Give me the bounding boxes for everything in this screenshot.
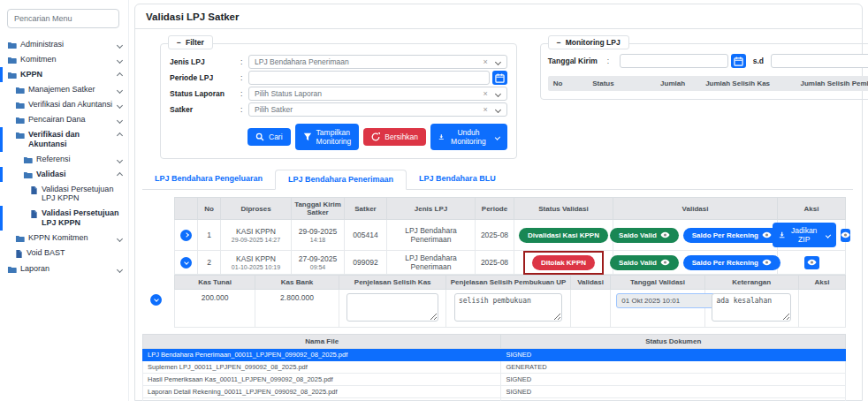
sidebar-item-kppn[interactable]: KPPN bbox=[0, 67, 128, 82]
bersihkan-button[interactable]: Bersihkan bbox=[363, 128, 426, 146]
file-row[interactable]: Suplemen LPJ_00011_LPJPEN_099092_08_2025… bbox=[143, 361, 846, 374]
expand-row-button[interactable] bbox=[180, 230, 192, 241]
satker-value: Pilih Satker bbox=[255, 105, 483, 114]
detail-button[interactable] bbox=[804, 256, 819, 269]
tampilkan-monitoring-button[interactable]: TampilkanMonitoring bbox=[295, 124, 360, 150]
chevron-up-icon bbox=[117, 72, 123, 79]
chevron-up-icon bbox=[117, 132, 123, 139]
folder-icon bbox=[15, 86, 25, 95]
saldo-per-rekening-button[interactable]: Saldo Per Rekening bbox=[683, 255, 780, 270]
kas-detail-table: Kas Tunai Kas Bank Penjelasan Selisih Ka… bbox=[174, 275, 846, 328]
kas-bank-value: 2.800.000 bbox=[255, 290, 339, 328]
sidebar-item-pencairan-dana[interactable]: Pencairan Dana bbox=[0, 112, 128, 127]
cell-satker: 099092 bbox=[345, 251, 387, 275]
sidebar-item-administrasi[interactable]: Administrasi bbox=[0, 37, 128, 52]
satker-select[interactable]: Pilih Satker bbox=[248, 102, 507, 117]
file-icon bbox=[30, 209, 38, 219]
filter-legend[interactable]: Filter bbox=[168, 35, 213, 49]
file-icon bbox=[15, 249, 23, 259]
tab-lpj-bendahara-penerimaan[interactable]: LPJ Bendahara Penerimaan bbox=[275, 170, 407, 190]
collapse-detail-button[interactable] bbox=[150, 294, 162, 306]
sidebar-item-label: Void BAST bbox=[27, 248, 124, 258]
sidebar-item-label: Referensi bbox=[36, 155, 114, 164]
refresh-icon bbox=[371, 132, 380, 141]
col-status-validasi: Status Validasi bbox=[514, 198, 613, 220]
folder-icon bbox=[7, 41, 17, 49]
periode-lpj-input[interactable] bbox=[248, 71, 490, 85]
col-penjelasan-selisih-kas: Penjelasan Selisih Kas bbox=[339, 276, 445, 290]
clear-icon[interactable] bbox=[483, 57, 488, 66]
sidebar: Administrasi Komitmen KPPN Manajemen Sat… bbox=[0, 0, 129, 401]
sidebar-item-verifikasi-akuntansi[interactable]: Verifikasi dan Akuntansi bbox=[0, 97, 128, 112]
sidebar-item-label: Manajemen Satker bbox=[28, 85, 114, 95]
chevron-down-icon bbox=[117, 42, 123, 49]
penjelasan-selisih-pembukuan-textarea[interactable]: selisih pembukuan bbox=[454, 293, 562, 322]
file-name: LPJ Bendahara Penerimaan_00011_LPJPEN_09… bbox=[143, 349, 501, 361]
sidebar-item-label: Validasi Persetujuan LPJ KPPN bbox=[42, 185, 124, 204]
sidebar-item-manajemen-satker[interactable]: Manajemen Satker bbox=[0, 82, 128, 97]
file-row[interactable]: Hasil Pemeriksaan Kas_00011_LPJPEN_09909… bbox=[143, 374, 846, 386]
sidebar-item-validasi-persetujuan-lpj-kppn-2[interactable]: Validasi Persetujuan LPJ KPPN bbox=[0, 206, 128, 231]
saldo-per-rekening-label: Saldo Per Rekening bbox=[692, 259, 758, 267]
saldo-valid-button[interactable]: Saldo Valid bbox=[610, 228, 679, 243]
sidebar-item-label: Laporan bbox=[20, 264, 114, 274]
sidebar-item-label: Komitmen bbox=[20, 55, 114, 64]
cell-periode: 2025-08 bbox=[476, 220, 514, 251]
cell-no: 1 bbox=[198, 220, 221, 251]
tanggal-validasi-input[interactable] bbox=[616, 293, 724, 308]
detail-aksi-cell bbox=[798, 290, 845, 328]
status-badge[interactable]: Divalidasi Kasi KPPN bbox=[519, 228, 608, 243]
clear-icon[interactable] bbox=[483, 89, 488, 98]
collapse-icon bbox=[177, 38, 181, 47]
saldo-valid-button[interactable]: Saldo Valid bbox=[610, 255, 679, 270]
folder-icon bbox=[23, 155, 33, 164]
col-detail-validasi: Validasi bbox=[570, 276, 611, 290]
tab-lpj-bendahara-blu[interactable]: LPJ Bendahara BLU bbox=[407, 170, 508, 189]
penjelasan-selisih-kas-textarea[interactable] bbox=[346, 293, 438, 322]
unduh-monitoring-button[interactable]: Unduh Monitoring bbox=[430, 124, 507, 150]
detail-button[interactable] bbox=[841, 229, 850, 242]
sidebar-item-kppn-komitmen[interactable]: KPPN Komitmen bbox=[0, 231, 128, 246]
file-name: Suplemen LPJ_00011_LPJPEN_099092_08_2025… bbox=[143, 361, 501, 374]
status-laporan-select[interactable]: Pilih Status Laporan bbox=[248, 87, 507, 101]
sidebar-item-komitmen[interactable]: Komitmen bbox=[0, 52, 128, 67]
cell-periode: 2025-08 bbox=[476, 251, 514, 275]
jadikan-zip-button[interactable]: Jadikan ZIP bbox=[773, 223, 836, 247]
monitoring-col-selisih-kas: Jumlah Selisih Kas bbox=[685, 79, 770, 87]
sidebar-item-label: Validasi Persetujuan LPJ KPPN bbox=[42, 208, 124, 228]
periode-calendar-button[interactable] bbox=[492, 71, 507, 85]
jenis-lpj-select[interactable]: LPJ Bendahara Penerimaan bbox=[248, 55, 507, 69]
file-table: Nama File Status Dokumen LPJ Bendahara P… bbox=[142, 334, 846, 401]
menu-search-input[interactable] bbox=[7, 9, 119, 28]
tanggal-kirim-from-calendar-button[interactable] bbox=[731, 54, 746, 68]
sidebar-item-void-bast[interactable]: Void BAST bbox=[0, 246, 128, 261]
file-row-selected[interactable]: LPJ Bendahara Penerimaan_00011_LPJPEN_09… bbox=[143, 349, 846, 361]
file-row[interactable]: Laporan Detail Rekening_00011_LPJPEN_099… bbox=[143, 386, 846, 398]
sidebar-item-verifikasi-akuntansi-active[interactable]: Verifikasi dan Akuntansi bbox=[0, 127, 128, 152]
sidebar-item-referensi[interactable]: Referensi bbox=[0, 152, 128, 167]
kas-tunai-value: 200.000 bbox=[175, 290, 255, 328]
chevron-down-icon bbox=[117, 102, 123, 109]
cari-label: Cari bbox=[269, 132, 283, 141]
file-status: GENERATED bbox=[501, 361, 846, 374]
status-badge-ditolak[interactable]: Ditolak KPPN bbox=[532, 255, 595, 270]
clear-icon[interactable] bbox=[483, 105, 488, 114]
sidebar-item-laporan[interactable]: Laporan bbox=[0, 261, 128, 276]
collapse-row-button[interactable] bbox=[180, 257, 192, 269]
tab-lpj-bendahara-pengeluaran[interactable]: LPJ Bendahara Pengeluaran bbox=[142, 170, 275, 189]
saldo-per-rekening-button[interactable]: Saldo Per Rekening bbox=[683, 228, 780, 243]
tanggal-kirim-to-input[interactable] bbox=[771, 54, 868, 68]
col-tanggal-kirim-satker: Tanggal Kirim Satker bbox=[292, 198, 345, 220]
monitoring-legend[interactable]: Monitoring LPJ bbox=[548, 35, 629, 49]
cari-button[interactable]: Cari bbox=[247, 128, 291, 146]
chevron-right-icon bbox=[184, 233, 189, 238]
chevron-down-icon bbox=[117, 117, 123, 124]
tanggal-kirim-from-input[interactable] bbox=[620, 54, 728, 68]
sidebar-item-validasi-persetujuan-lpj-kppn-1[interactable]: Validasi Persetujuan LPJ KPPN bbox=[0, 182, 128, 207]
status-laporan-label: Status Laporan bbox=[170, 89, 240, 98]
calendar-icon bbox=[734, 57, 743, 66]
filter-panel: Filter Jenis LPJ LPJ Bendahara Penerimaa… bbox=[160, 43, 517, 159]
keterangan-textarea[interactable]: ada kesalahan bbox=[712, 293, 791, 322]
chevron-down-icon bbox=[495, 90, 501, 96]
sidebar-item-validasi[interactable]: Validasi bbox=[0, 167, 128, 182]
